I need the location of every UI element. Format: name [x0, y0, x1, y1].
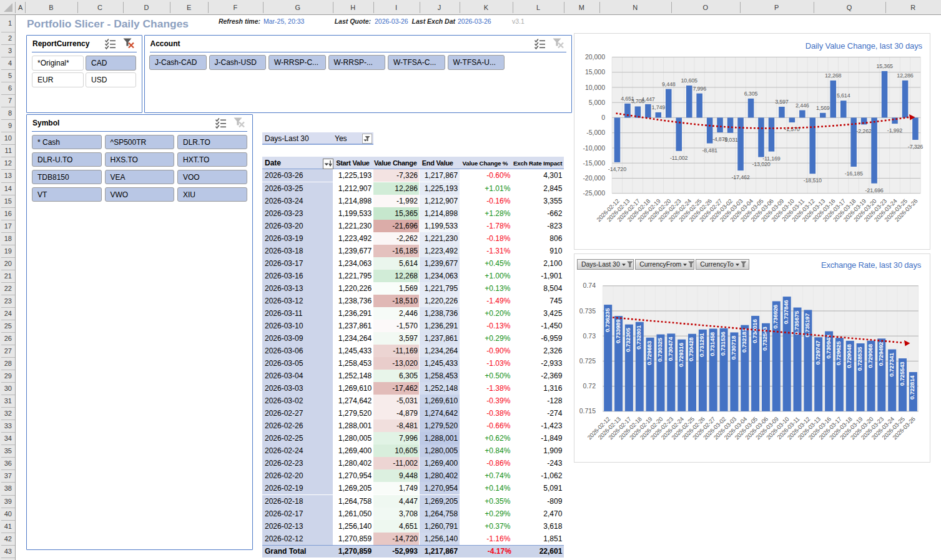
svg-text:0.732801: 0.732801 — [635, 325, 642, 349]
svg-text:0.730718: 0.730718 — [730, 335, 737, 360]
svg-text:0.729625: 0.729625 — [835, 341, 842, 365]
svg-text:0.730943: 0.730943 — [825, 335, 832, 358]
svg-text:0.735: 0.735 — [579, 307, 596, 315]
svg-text:0.736235: 0.736235 — [604, 308, 611, 332]
svg-text:0.730474: 0.730474 — [667, 336, 674, 361]
svg-text:0.74: 0.74 — [583, 282, 596, 289]
svg-text:0.722814: 0.722814 — [909, 375, 915, 400]
svg-text:0.725543: 0.725543 — [899, 362, 905, 386]
svg-text:0.727341: 0.727341 — [888, 352, 895, 376]
svg-text:0.732181: 0.732181 — [741, 328, 747, 352]
svg-text:0.725: 0.725 — [579, 357, 596, 365]
svg-text:0.729683: 0.729683 — [646, 341, 653, 365]
svg-text:0.72: 0.72 — [583, 382, 596, 390]
svg-text:0.735675: 0.735675 — [793, 310, 800, 335]
svg-text:0.731458: 0.731458 — [709, 332, 716, 356]
svg-text:0.728535: 0.728535 — [856, 346, 863, 371]
svg-text:0.733989: 0.733989 — [614, 320, 621, 343]
svg-text:0.729316: 0.729316 — [677, 343, 684, 366]
svg-text:0.729747: 0.729747 — [814, 341, 821, 365]
svg-text:0.731291: 0.731291 — [698, 332, 705, 356]
svg-text:0.731536: 0.731536 — [719, 332, 726, 355]
svg-text:0.734016: 0.734016 — [751, 319, 758, 343]
svg-text:0.730325: 0.730325 — [656, 337, 663, 361]
svg-text:0.729492: 0.729492 — [877, 342, 884, 366]
svg-text:0.736926: 0.736926 — [772, 305, 779, 328]
svg-text:0.729048: 0.729048 — [845, 344, 852, 368]
svg-text:0.737846: 0.737846 — [782, 300, 789, 324]
svg-text:0.715: 0.715 — [579, 407, 596, 415]
svg-text:0.729068: 0.729068 — [867, 343, 874, 368]
svg-text:0.730428: 0.730428 — [688, 336, 695, 361]
svg-text:0.732305: 0.732305 — [624, 327, 631, 351]
svg-text:0.73: 0.73 — [583, 332, 596, 340]
